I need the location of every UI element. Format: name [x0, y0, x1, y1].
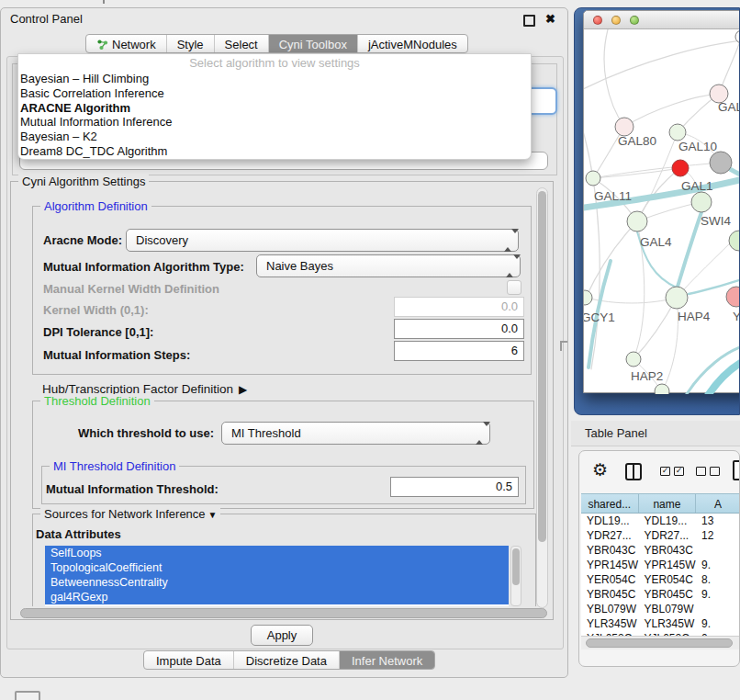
apply-button[interactable]: Apply — [251, 625, 313, 646]
float-window-icon[interactable] — [523, 15, 535, 27]
table-hscrollbar-thumb[interactable] — [586, 638, 733, 648]
network-node-gal10[interactable] — [669, 124, 686, 141]
bottom-tab-infer-network[interactable]: Infer Network — [340, 651, 434, 669]
network-node-gal11[interactable] — [586, 171, 600, 186]
table-row[interactable]: YDL19...YDL19...13 — [581, 514, 740, 528]
combo-stepper-icon — [506, 259, 513, 274]
mi-threshold-label: Mutual Information Threshold: — [46, 482, 219, 496]
network-edge — [593, 163, 721, 178]
traffic-light-minimize-button[interactable] — [611, 16, 621, 25]
settings-hscrollbar-thumb[interactable] — [20, 608, 547, 618]
checked-column-icon[interactable]: ✓ — [674, 467, 684, 476]
data-attribute-item[interactable]: gal4RGexp — [45, 590, 509, 604]
network-canvas[interactable]: GALGAL80GAL10GAL1GAL11SWI4GAL4GCY1HAP4YH… — [584, 29, 740, 394]
data-attributes-list[interactable]: SelfLoopsTopologicalCoefficientBetweenne… — [45, 546, 509, 606]
network-node-hap4[interactable] — [666, 287, 688, 309]
algorithm-option[interactable]: ARACNE Algorithm — [18, 101, 531, 116]
table-cell: YDR27... — [581, 528, 639, 543]
node-label: GAL — [718, 100, 740, 114]
attributes-scrollbar-thumb[interactable] — [512, 548, 520, 585]
network-node-gal1[interactable] — [672, 160, 689, 176]
tab-cyni-toolbox[interactable]: Cyni Toolbox — [269, 35, 358, 52]
network-edge — [593, 168, 680, 178]
table-cell: YBR043C — [639, 543, 697, 558]
algorithm-option[interactable]: Basic Correlation Inference — [18, 86, 531, 101]
data-attribute-item[interactable]: BetweennessCentrality — [45, 575, 509, 590]
settings-group-title: Cyni Algorithm Settings — [18, 175, 149, 188]
table-row[interactable]: YLR345WYLR345W9. — [581, 616, 740, 631]
table-row[interactable]: YPR145WYPR145W9. — [581, 558, 740, 572]
table-row[interactable]: YER054CYER054C8. — [581, 572, 740, 587]
which-threshold-combo[interactable]: MI Threshold — [221, 422, 490, 445]
network-node-y[interactable] — [726, 287, 740, 307]
mi-type-combo[interactable]: Naive Bayes — [256, 254, 521, 277]
network-node-swi4[interactable] — [691, 192, 712, 212]
network-node-gcy1[interactable] — [584, 290, 592, 305]
settings-scrollbar[interactable] — [536, 187, 548, 608]
node-label: GAL10 — [678, 140, 717, 153]
column-header[interactable]: A — [696, 494, 740, 513]
table-row[interactable]: YBL079WYBL079W — [581, 602, 740, 616]
tab-label: jActiveMNodules — [368, 38, 457, 51]
column-header[interactable]: name — [639, 494, 697, 513]
close-window-icon[interactable]: ✖ — [545, 12, 555, 27]
manual-kernel-checkbox[interactable] — [507, 280, 521, 295]
table-hscrollbar[interactable] — [581, 636, 740, 649]
table-row[interactable]: YBR045CYBR045C9. — [581, 587, 740, 602]
table-cell: YBR045C — [639, 587, 697, 602]
gear-icon[interactable]: ⚙ — [592, 459, 608, 480]
table-cell — [696, 602, 740, 616]
tab-select[interactable]: Select — [215, 35, 269, 52]
algorithm-option[interactable]: Bayesian – Hill Climbing — [18, 72, 531, 86]
attributes-scrollbar[interactable] — [510, 546, 521, 606]
node-table: shared...nameA YDL19...YDL19...13YDR27..… — [581, 493, 740, 636]
mi-threshold-field[interactable]: 0.5 — [390, 477, 519, 497]
minimized-panel-icon[interactable] — [15, 691, 40, 700]
unchecked-column-icon[interactable] — [710, 467, 720, 476]
table-rows: YDL19...YDL19...13YDR27...YDR27...12YBR0… — [581, 514, 740, 636]
algorithm-option[interactable]: Bayesian – K2 — [18, 130, 531, 144]
splitter-grip[interactable] — [560, 341, 567, 351]
table-cell: YBR043C — [581, 543, 639, 558]
network-node[interactable] — [710, 152, 732, 174]
network-node-gal80[interactable] — [615, 118, 633, 136]
collapse-down-icon[interactable]: ▼ — [208, 510, 218, 520]
table-cell: 9. — [696, 587, 740, 602]
network-node-gal4[interactable] — [627, 211, 647, 231]
settings-hscrollbar[interactable] — [13, 607, 553, 620]
dpi-tolerance-field[interactable]: 0.0 — [394, 319, 524, 339]
aracne-mode-combo[interactable]: Discovery — [126, 229, 519, 252]
checked-column-icon[interactable]: ✓ — [660, 467, 670, 476]
network-node[interactable] — [655, 384, 669, 394]
unchecked-column-icon[interactable] — [696, 467, 706, 476]
data-attribute-item[interactable]: TopologicalCoefficient — [45, 560, 509, 575]
table-cell: YER054C — [639, 572, 697, 587]
tab-jactivemnodules[interactable]: jActiveMNodules — [358, 35, 467, 52]
column-header[interactable]: shared... — [581, 494, 639, 513]
bottom-tab-impute-data[interactable]: Impute Data — [144, 651, 234, 669]
tab-style[interactable]: Style — [167, 35, 215, 52]
node-label: GAL80 — [618, 134, 656, 148]
algorithm-option[interactable]: Dream8 DC_TDC Algorithm — [18, 144, 531, 159]
table-cell: 13 — [696, 514, 740, 528]
network-node-hap2[interactable] — [626, 352, 641, 367]
columns-icon[interactable] — [625, 463, 642, 480]
tab-network[interactable]: Network — [86, 35, 167, 52]
control-panel-window: Control Panel ✖ NetworkStyleSelectCyni T… — [0, 7, 568, 678]
table-panel-title: Table Panel — [585, 426, 647, 440]
traffic-light-close-button[interactable] — [593, 16, 602, 25]
mi-steps-field[interactable]: 6 — [394, 341, 524, 361]
table-cell: YBL079W — [639, 602, 697, 616]
table-cell: YDL19... — [581, 514, 639, 528]
data-attribute-item[interactable]: SelfLoops — [45, 546, 509, 560]
network-node[interactable] — [729, 231, 740, 251]
table-row[interactable]: YBR043CYBR043C — [581, 543, 740, 558]
table-row[interactable]: YDR27...YDR27...12 — [581, 528, 740, 543]
algorithm-definition-group: Algorithm Definition Aracne Mode: Discov… — [32, 206, 532, 375]
expand-right-icon[interactable]: ▶ — [239, 383, 247, 396]
settings-scrollbar-thumb[interactable] — [538, 191, 546, 542]
traffic-light-zoom-button[interactable] — [630, 16, 639, 25]
algorithm-option[interactable]: Mutual Information Inference — [18, 115, 531, 130]
bottom-tab-discretize-data[interactable]: Discretize Data — [234, 651, 340, 669]
export-table-icon[interactable] — [733, 460, 740, 480]
